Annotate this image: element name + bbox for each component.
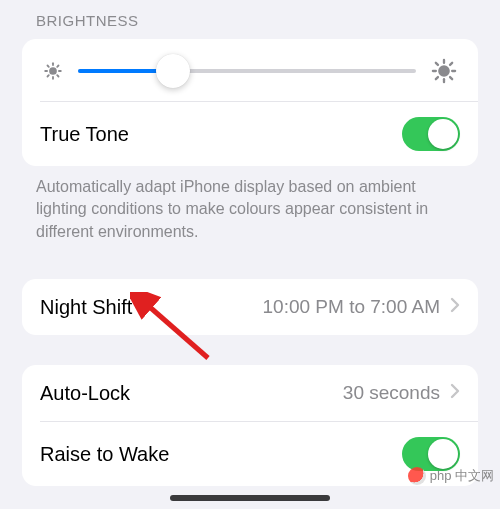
sun-min-icon [42, 60, 64, 82]
svg-line-17 [450, 63, 452, 65]
watermark-text: php 中文网 [430, 467, 494, 485]
sun-max-icon [430, 57, 458, 85]
watermark-logo-icon [408, 467, 426, 485]
svg-line-8 [57, 66, 58, 67]
true-tone-toggle[interactable] [402, 117, 460, 151]
true-tone-description: Automatically adapt iPhone display based… [22, 166, 478, 249]
svg-line-5 [48, 66, 49, 67]
svg-line-14 [436, 63, 438, 65]
toggle-knob [428, 439, 458, 469]
svg-point-9 [439, 66, 448, 75]
chevron-right-icon [450, 297, 460, 317]
night-shift-group: Night Shift 10:00 PM to 7:00 AM [22, 279, 478, 335]
auto-lock-row[interactable]: Auto-Lock 30 seconds [22, 365, 478, 421]
watermark: php 中文网 [408, 467, 494, 485]
svg-line-15 [450, 77, 452, 79]
brightness-slider-thumb[interactable] [156, 54, 190, 88]
night-shift-label: Night Shift [40, 296, 132, 319]
svg-line-16 [436, 77, 438, 79]
brightness-slider-row [22, 39, 478, 101]
true-tone-row[interactable]: True Tone [22, 102, 478, 166]
section-header-brightness: Brightness [22, 0, 478, 39]
brightness-group: True Tone [22, 39, 478, 166]
chevron-right-icon [450, 383, 460, 403]
night-shift-row[interactable]: Night Shift 10:00 PM to 7:00 AM [22, 279, 478, 335]
raise-to-wake-label: Raise to Wake [40, 443, 169, 466]
home-indicator[interactable] [170, 495, 330, 501]
svg-line-7 [48, 75, 49, 76]
svg-line-6 [57, 75, 58, 76]
night-shift-schedule: 10:00 PM to 7:00 AM [263, 296, 440, 318]
svg-point-0 [50, 68, 56, 74]
toggle-knob [428, 119, 458, 149]
brightness-slider[interactable] [78, 69, 416, 73]
auto-lock-label: Auto-Lock [40, 382, 130, 405]
true-tone-label: True Tone [40, 123, 129, 146]
auto-lock-value: 30 seconds [343, 382, 440, 404]
